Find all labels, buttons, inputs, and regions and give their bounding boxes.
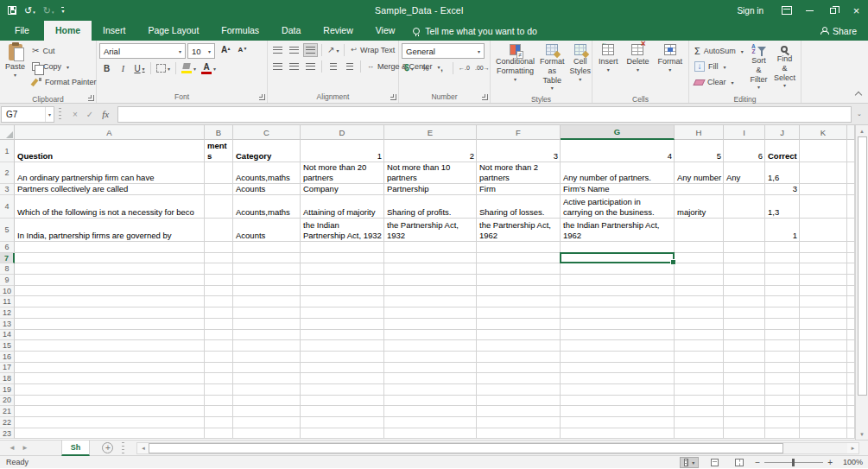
page-layout-view-button[interactable] — [705, 457, 724, 468]
tab-data[interactable]: Data — [270, 21, 312, 41]
cell-I22[interactable] — [724, 417, 765, 428]
cell-D18[interactable] — [301, 373, 384, 384]
cell-E6[interactable] — [384, 242, 477, 253]
cell-G4[interactable]: Active participation in carrying on the … — [561, 195, 675, 219]
cell-B11[interactable] — [205, 296, 233, 307]
cell-H1[interactable]: 5 — [675, 140, 724, 162]
cell-D20[interactable] — [301, 396, 384, 407]
cell-B3[interactable] — [205, 184, 233, 195]
cell-J23[interactable] — [765, 428, 800, 440]
column-header-partial[interactable] — [847, 125, 855, 140]
cell-E17[interactable] — [384, 363, 477, 374]
cell-J17[interactable] — [765, 363, 800, 374]
cell-G1[interactable]: 4 — [561, 140, 675, 162]
cell-G22[interactable] — [561, 417, 675, 428]
cell-B15[interactable] — [205, 340, 233, 352]
cell-x5[interactable] — [847, 219, 855, 242]
cell-K19[interactable] — [800, 384, 847, 396]
cell-H8[interactable] — [675, 263, 724, 275]
row-header-6[interactable]: 6 — [0, 242, 15, 253]
cell-C23[interactable] — [233, 428, 301, 440]
cell-C3[interactable]: Acounts — [233, 184, 301, 195]
cell-A22[interactable] — [15, 417, 205, 428]
cell-F19[interactable] — [477, 384, 561, 396]
cell-C14[interactable] — [233, 330, 301, 341]
cell-J22[interactable] — [765, 417, 800, 428]
cell-H2[interactable]: Any number — [675, 162, 724, 184]
normal-view-button[interactable] — [680, 457, 699, 468]
cell-B8[interactable] — [205, 263, 233, 275]
cell-D21[interactable] — [301, 406, 384, 417]
undo-button[interactable]: ↺▾ — [24, 6, 35, 15]
cell-J19[interactable] — [765, 384, 800, 396]
cell-H7[interactable] — [675, 253, 724, 264]
bold-button[interactable]: B — [99, 61, 114, 75]
cell-C10[interactable] — [233, 286, 301, 297]
cell-I17[interactable] — [724, 363, 765, 374]
cell-F7[interactable] — [477, 253, 561, 264]
cell-J5[interactable]: 1 — [765, 219, 800, 242]
insert-cells-button[interactable]: Insert — [596, 43, 621, 95]
cell-J7[interactable] — [765, 253, 800, 264]
cell-x9[interactable] — [847, 275, 855, 286]
cell-C5[interactable]: Acounts — [233, 219, 301, 242]
cell-G11[interactable] — [561, 296, 675, 307]
column-header-H[interactable]: H — [675, 125, 724, 140]
cell-D2[interactable]: Not more than 20 partners — [301, 162, 384, 184]
cell-I5[interactable] — [724, 219, 765, 242]
cell-K17[interactable] — [800, 363, 847, 374]
cell-B4[interactable] — [205, 195, 233, 219]
cell-B7[interactable] — [205, 253, 233, 264]
middle-align-button[interactable] — [287, 43, 301, 57]
cell-E18[interactable] — [384, 373, 477, 384]
cell-A21[interactable] — [15, 406, 205, 417]
row-header-10[interactable]: 10 — [0, 286, 15, 297]
row-header-14[interactable]: 14 — [0, 330, 15, 341]
cell-B16[interactable] — [205, 352, 233, 363]
clear-button[interactable]: Clear — [692, 74, 746, 90]
cell-I15[interactable] — [724, 340, 765, 352]
cell-A8[interactable] — [15, 263, 205, 275]
cell-H14[interactable] — [675, 330, 724, 341]
cell-I9[interactable] — [724, 275, 765, 286]
cell-G14[interactable] — [561, 330, 675, 341]
cell-D5[interactable]: the Indian Partnership Act, 1932 — [301, 219, 384, 242]
ribbon-display-options-button[interactable] — [775, 0, 798, 21]
cell-H18[interactable] — [675, 373, 724, 384]
cell-J1[interactable]: Correct — [765, 140, 800, 162]
cell-G19[interactable] — [561, 384, 675, 396]
active-cell-G7[interactable] — [561, 253, 675, 264]
row-header-5[interactable]: 5 — [0, 219, 15, 242]
cell-H10[interactable] — [675, 286, 724, 297]
column-header-A[interactable]: A — [15, 125, 205, 140]
cell-J3[interactable]: 3 — [765, 184, 800, 195]
cell-E3[interactable]: Partnership — [384, 184, 477, 195]
name-box[interactable]: G7 ▾ — [1, 106, 54, 123]
column-header-D[interactable]: D — [301, 125, 384, 140]
cell-B21[interactable] — [205, 406, 233, 417]
format-painter-button[interactable]: Format Painter — [29, 74, 99, 90]
cell-I18[interactable] — [724, 373, 765, 384]
cell-D16[interactable] — [301, 352, 384, 363]
cell-K12[interactable] — [800, 307, 847, 319]
cell-E23[interactable] — [384, 428, 477, 440]
cell-E19[interactable] — [384, 384, 477, 396]
cell-C8[interactable] — [233, 263, 301, 275]
cell-E16[interactable] — [384, 352, 477, 363]
cell-E14[interactable] — [384, 330, 477, 341]
cell-C9[interactable] — [233, 275, 301, 286]
sign-in-button[interactable]: Sign in — [725, 6, 775, 16]
font-name-select[interactable]: Arial — [99, 43, 186, 59]
cell-C11[interactable] — [233, 296, 301, 307]
cell-E13[interactable] — [384, 319, 477, 330]
cell-I7[interactable] — [724, 253, 765, 264]
cell-E10[interactable] — [384, 286, 477, 297]
cell-A19[interactable] — [15, 384, 205, 396]
close-button[interactable]: × — [845, 0, 868, 21]
alignment-dialog-launcher-icon[interactable] — [390, 94, 396, 100]
cell-H15[interactable] — [675, 340, 724, 352]
increase-indent-button[interactable] — [342, 60, 357, 73]
cell-B17[interactable] — [205, 363, 233, 374]
increase-decimal-button[interactable]: ←.0 — [457, 61, 472, 75]
cell-J10[interactable] — [765, 286, 800, 297]
